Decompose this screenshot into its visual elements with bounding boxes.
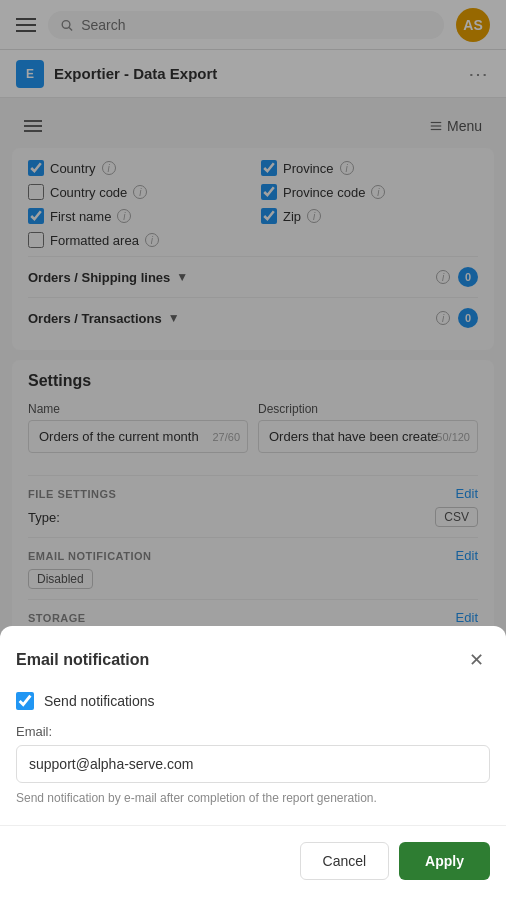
send-notifications-row: Send notifications: [16, 692, 490, 710]
modal-overlay: Email notification ✕ Send notifications …: [0, 0, 506, 900]
modal-divider: [0, 825, 506, 826]
helper-text: Send notification by e-mail after comple…: [16, 791, 490, 805]
send-notifications-label: Send notifications: [44, 693, 155, 709]
email-field-label: Email:: [16, 724, 490, 739]
email-notification-modal: Email notification ✕ Send notifications …: [0, 626, 506, 900]
modal-title: Email notification: [16, 651, 149, 669]
modal-close-button[interactable]: ✕: [462, 646, 490, 674]
apply-button[interactable]: Apply: [399, 842, 490, 880]
modal-header: Email notification ✕: [16, 646, 490, 674]
cancel-button[interactable]: Cancel: [300, 842, 390, 880]
send-notifications-checkbox[interactable]: [16, 692, 34, 710]
email-input[interactable]: [16, 745, 490, 783]
modal-footer: Cancel Apply: [16, 842, 490, 880]
